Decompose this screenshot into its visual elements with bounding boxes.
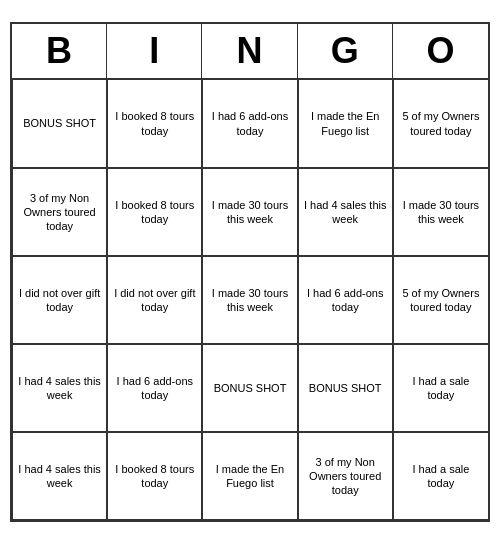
- bingo-header: BINGO: [12, 24, 488, 80]
- cell-r4-c4: I had a sale today: [393, 432, 488, 520]
- cell-r3-c4: I had a sale today: [393, 344, 488, 432]
- cell-r0-c1: I booked 8 tours today: [107, 80, 202, 168]
- cell-r0-c4: 5 of my Owners toured today: [393, 80, 488, 168]
- bingo-letter-n: N: [202, 24, 297, 78]
- cell-r3-c2: BONUS SHOT: [202, 344, 297, 432]
- bingo-grid: BONUS SHOTI booked 8 tours todayI had 6 …: [12, 80, 488, 520]
- cell-r1-c4: I made 30 tours this week: [393, 168, 488, 256]
- cell-r1-c1: I booked 8 tours today: [107, 168, 202, 256]
- cell-r4-c0: I had 4 sales this week: [12, 432, 107, 520]
- cell-r0-c3: I made the En Fuego list: [298, 80, 393, 168]
- bingo-card: BINGO BONUS SHOTI booked 8 tours todayI …: [10, 22, 490, 522]
- cell-r2-c3: I had 6 add-ons today: [298, 256, 393, 344]
- cell-r2-c2: I made 30 tours this week: [202, 256, 297, 344]
- cell-r1-c0: 3 of my Non Owners toured today: [12, 168, 107, 256]
- cell-r3-c3: BONUS SHOT: [298, 344, 393, 432]
- cell-r0-c0: BONUS SHOT: [12, 80, 107, 168]
- cell-r2-c4: 5 of my Owners toured today: [393, 256, 488, 344]
- bingo-letter-b: B: [12, 24, 107, 78]
- cell-r4-c3: 3 of my Non Owners toured today: [298, 432, 393, 520]
- cell-r2-c0: I did not over gift today: [12, 256, 107, 344]
- cell-r3-c0: I had 4 sales this week: [12, 344, 107, 432]
- cell-r4-c1: I booked 8 tours today: [107, 432, 202, 520]
- cell-r3-c1: I had 6 add-ons today: [107, 344, 202, 432]
- cell-r1-c2: I made 30 tours this week: [202, 168, 297, 256]
- bingo-letter-g: G: [298, 24, 393, 78]
- bingo-letter-i: I: [107, 24, 202, 78]
- cell-r4-c2: I made the En Fuego list: [202, 432, 297, 520]
- cell-r1-c3: I had 4 sales this week: [298, 168, 393, 256]
- bingo-letter-o: O: [393, 24, 488, 78]
- cell-r0-c2: I had 6 add-ons today: [202, 80, 297, 168]
- cell-r2-c1: I did not over gift today: [107, 256, 202, 344]
